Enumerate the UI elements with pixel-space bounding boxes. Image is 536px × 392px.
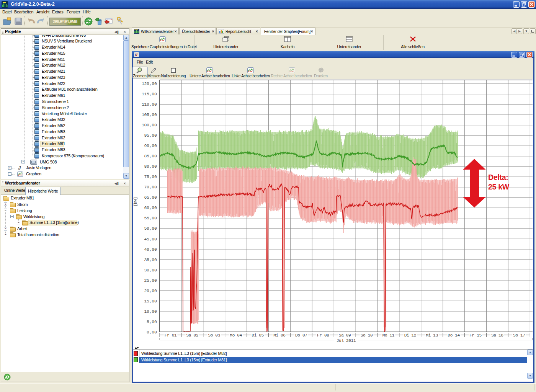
svg-text:[kW]: [kW] (133, 197, 138, 206)
svg-text:5,00: 5,00 (147, 319, 157, 324)
svg-text:Do 14: Do 14 (448, 333, 460, 338)
svg-text:70,00: 70,00 (144, 185, 157, 189)
svg-text:10,00: 10,00 (144, 309, 157, 314)
svg-text:Fr 08: Fr 08 (317, 333, 329, 338)
svg-text:Do 07: Do 07 (295, 333, 307, 338)
svg-text:45,00: 45,00 (144, 237, 157, 242)
svg-text:Mi 13: Mi 13 (426, 333, 438, 338)
svg-text:0,00: 0,00 (147, 330, 157, 335)
svg-text:Mo 04: Mo 04 (230, 333, 242, 338)
svg-text:90,00: 90,00 (144, 143, 157, 148)
svg-text:Mi 06: Mi 06 (273, 333, 286, 338)
svg-text:Sa 16: Sa 16 (491, 333, 503, 338)
svg-text:Delta:: Delta: (488, 173, 508, 181)
svg-text:So 17: So 17 (513, 333, 525, 338)
svg-text:110,00: 110,00 (142, 102, 157, 107)
svg-text:Mo 11: Mo 11 (382, 333, 395, 338)
svg-text:25 kW: 25 kW (488, 183, 510, 191)
svg-text:Jul 2011: Jul 2011 (337, 338, 356, 343)
svg-text:25,00: 25,00 (144, 278, 157, 283)
svg-text:85,00: 85,00 (144, 154, 157, 158)
svg-text:20,00: 20,00 (144, 288, 157, 293)
svg-text:40,00: 40,00 (144, 247, 157, 252)
svg-text:So 10: So 10 (361, 333, 373, 338)
svg-text:30,00: 30,00 (144, 268, 157, 273)
svg-text:60,00: 60,00 (144, 205, 157, 210)
svg-text:Fr 15: Fr 15 (469, 333, 482, 338)
svg-text:Fr 01: Fr 01 (165, 333, 177, 338)
svg-text:65,00: 65,00 (144, 195, 157, 200)
svg-text:75,00: 75,00 (144, 174, 157, 179)
svg-text:Di 12: Di 12 (404, 333, 417, 338)
svg-text:35,00: 35,00 (144, 257, 157, 262)
svg-text:15,00: 15,00 (144, 299, 157, 304)
svg-text:105,00: 105,00 (142, 112, 157, 117)
svg-text:Di 05: Di 05 (252, 333, 264, 338)
svg-text:50,00: 50,00 (144, 226, 157, 231)
svg-text:Sa 09: Sa 09 (339, 333, 351, 338)
svg-text:115,00: 115,00 (142, 91, 157, 96)
svg-text:120,00: 120,00 (142, 81, 157, 86)
svg-text:80,00: 80,00 (144, 164, 157, 169)
svg-text:So 03: So 03 (208, 333, 220, 338)
svg-text:100,00: 100,00 (142, 122, 157, 127)
svg-text:55,00: 55,00 (144, 216, 157, 220)
svg-text:Sa 02: Sa 02 (186, 333, 199, 338)
svg-text:95,00: 95,00 (144, 133, 157, 138)
